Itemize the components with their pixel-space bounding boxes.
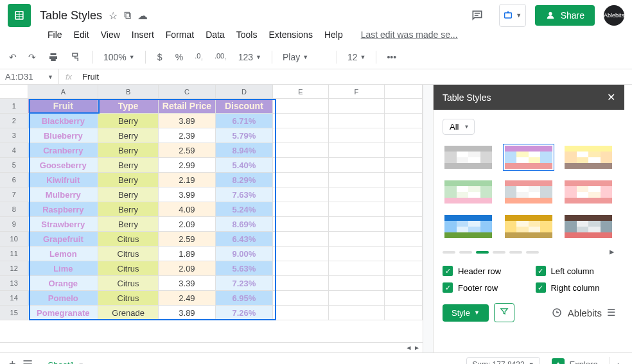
- row-header[interactable]: 11: [0, 247, 28, 261]
- last-edit-link[interactable]: Last edit was made se...: [356, 27, 463, 42]
- menu-edit[interactable]: Edit: [69, 27, 94, 42]
- cell[interactable]: [329, 99, 385, 114]
- cell[interactable]: Berry: [98, 143, 159, 158]
- select-all-corner[interactable]: [0, 85, 28, 98]
- cell[interactable]: [385, 99, 423, 114]
- cell[interactable]: 6.95%: [216, 291, 273, 306]
- chevron-up-icon[interactable]: ▼: [607, 248, 616, 256]
- cell[interactable]: [385, 276, 423, 291]
- redo-icon[interactable]: ↷: [24, 49, 40, 65]
- cell[interactable]: Pomelo: [28, 291, 98, 306]
- fontsize-dropdown[interactable]: 12▼: [344, 51, 370, 64]
- row-header[interactable]: 4: [0, 143, 28, 158]
- undo-icon[interactable]: ↶: [5, 49, 21, 65]
- comments-icon[interactable]: [464, 3, 490, 28]
- cell[interactable]: Lime: [28, 261, 98, 276]
- cell[interactable]: 2.59: [159, 232, 216, 247]
- cell[interactable]: [385, 232, 423, 247]
- cell[interactable]: Strawberry: [28, 217, 98, 232]
- cell[interactable]: 3.39: [159, 276, 216, 291]
- pager-dot[interactable]: [526, 251, 539, 254]
- cell[interactable]: [273, 247, 329, 261]
- cell[interactable]: [273, 143, 329, 158]
- cell[interactable]: Berry: [98, 114, 159, 128]
- template-thumbnail[interactable]: [563, 178, 614, 205]
- cell[interactable]: Discount: [216, 99, 273, 114]
- cell[interactable]: Citrus: [98, 247, 159, 261]
- col-header-F[interactable]: F: [329, 85, 385, 98]
- cell[interactable]: [385, 261, 423, 276]
- menu-view[interactable]: View: [96, 27, 125, 42]
- row-header[interactable]: 13: [0, 276, 28, 291]
- row-header[interactable]: 5: [0, 158, 28, 173]
- menu-insert[interactable]: Insert: [127, 27, 159, 42]
- cell[interactable]: [385, 187, 423, 202]
- cell[interactable]: [273, 232, 329, 247]
- decrease-decimal-icon[interactable]: .0↓: [191, 49, 207, 64]
- spreadsheet[interactable]: A B C D E F 1FruitTypeRetail PriceDiscou…: [0, 85, 423, 352]
- cell[interactable]: [329, 173, 385, 187]
- cell[interactable]: [385, 306, 423, 320]
- cell[interactable]: [273, 261, 329, 276]
- cell[interactable]: 2.09: [159, 217, 216, 232]
- cell[interactable]: Citrus: [98, 276, 159, 291]
- menu-extensions[interactable]: Extensions: [263, 27, 317, 42]
- menu-data[interactable]: Data: [200, 27, 230, 42]
- pager-dot[interactable]: [459, 251, 472, 254]
- cell[interactable]: [329, 202, 385, 217]
- template-thumbnail[interactable]: [443, 213, 494, 240]
- present-button[interactable]: ▼: [499, 4, 526, 27]
- menu-format[interactable]: Format: [161, 27, 199, 42]
- cell[interactable]: [273, 202, 329, 217]
- cell[interactable]: Raspberry: [28, 202, 98, 217]
- cell[interactable]: 2.49: [159, 291, 216, 306]
- template-thumbnail[interactable]: [503, 144, 554, 171]
- move-icon[interactable]: ⧉: [124, 10, 131, 22]
- row-header[interactable]: 8: [0, 202, 28, 217]
- cell[interactable]: 9.00%: [216, 247, 273, 261]
- cell[interactable]: 6.71%: [216, 114, 273, 128]
- cell[interactable]: [329, 261, 385, 276]
- cell[interactable]: [385, 291, 423, 306]
- checkbox-footer-row[interactable]: ✓Footer row: [443, 282, 523, 293]
- side-rail[interactable]: [624, 85, 632, 352]
- cell[interactable]: Type: [98, 99, 159, 114]
- row-header[interactable]: 3: [0, 128, 28, 143]
- col-header-blank[interactable]: [385, 85, 423, 98]
- style-button[interactable]: Style▼: [443, 304, 489, 322]
- more-icon[interactable]: •••: [383, 49, 400, 65]
- cell[interactable]: 5.63%: [216, 261, 273, 276]
- cell[interactable]: 7.23%: [216, 276, 273, 291]
- cell[interactable]: [273, 217, 329, 232]
- number-format-dropdown[interactable]: 123▼: [234, 51, 265, 64]
- cell[interactable]: 2.99: [159, 158, 216, 173]
- cell[interactable]: [329, 217, 385, 232]
- cell[interactable]: 7.63%: [216, 187, 273, 202]
- checkbox-header-row[interactable]: ✓Header row: [443, 266, 523, 276]
- cell[interactable]: [273, 187, 329, 202]
- sum-dropdown[interactable]: Sum: 177.8432▼: [466, 357, 540, 365]
- star-icon[interactable]: ☆: [109, 10, 118, 22]
- template-thumbnail[interactable]: [443, 178, 494, 205]
- cell[interactable]: 8.29%: [216, 173, 273, 187]
- cell[interactable]: [329, 247, 385, 261]
- cell[interactable]: 5.24%: [216, 202, 273, 217]
- pager-dot[interactable]: [476, 251, 489, 254]
- name-box[interactable]: A1:D31▼: [0, 69, 59, 85]
- zoom-dropdown[interactable]: 100%▼: [100, 51, 139, 64]
- row-header[interactable]: 15: [0, 306, 28, 320]
- cell[interactable]: 5.79%: [216, 128, 273, 143]
- cell[interactable]: Citrus: [98, 261, 159, 276]
- filter-icon-button[interactable]: [494, 303, 514, 322]
- cell[interactable]: [273, 158, 329, 173]
- sheets-logo[interactable]: [8, 4, 31, 27]
- cell[interactable]: [329, 114, 385, 128]
- cell[interactable]: 5.40%: [216, 158, 273, 173]
- cell[interactable]: [273, 114, 329, 128]
- cell[interactable]: Berry: [98, 202, 159, 217]
- col-header-A[interactable]: A: [28, 85, 98, 98]
- row-header[interactable]: 14: [0, 291, 28, 306]
- scroll-buttons[interactable]: ◄ ►: [403, 343, 423, 352]
- cell[interactable]: Orange: [28, 276, 98, 291]
- cell[interactable]: 2.39: [159, 128, 216, 143]
